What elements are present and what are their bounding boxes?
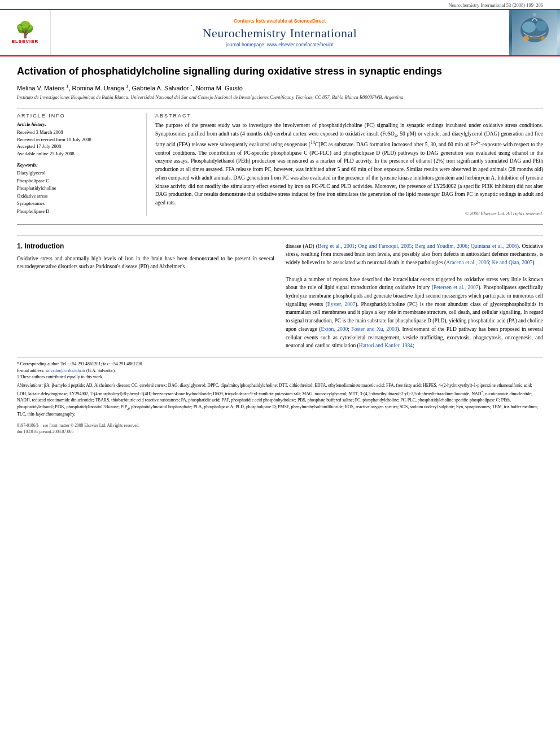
science-direct-name[interactable]: ScienceDirect <box>294 18 326 24</box>
history-label: Article history: <box>17 121 138 127</box>
intro-right-col: disease (AD) (Berg et al., 2001; Ong and… <box>286 242 543 350</box>
journal-citation-bar: Neurochemistry International 53 (2008) 1… <box>0 0 560 9</box>
ref-petersen[interactable]: Petersen et al., 2007 <box>434 285 479 290</box>
doi-line: doi:10.1016/j.neuint.2008.07.005 <box>17 429 139 435</box>
intro-two-col: 1. Introduction Oxidative stress and abn… <box>17 242 543 350</box>
ref-exton[interactable]: Exton, 2000 <box>321 326 348 332</box>
intro-right-text: disease (AD) (Berg et al., 2001; Ong and… <box>286 242 543 350</box>
divider-mid <box>17 224 543 225</box>
copyright: © 2008 Elsevier Ltd. All rights reserved… <box>155 211 543 216</box>
intro-left-text: Oxidative stress and abnormally high lev… <box>17 255 274 271</box>
footnote-abbreviations: Abbreviations: βA, β-amyloid peptide; AD… <box>17 382 543 418</box>
journal-title-area: Contents lists available at ScienceDirec… <box>51 10 509 55</box>
abbrev-label: Abbreviations: <box>17 383 43 388</box>
affiliation: Instituto de Investigaciones Bioquímicas… <box>17 94 543 101</box>
elsevier-tree-icon: 🌳 <box>15 22 35 38</box>
keywords-label: Keywords: <box>17 162 138 168</box>
ref-eyster[interactable]: Eyster, 2007 <box>327 302 356 307</box>
elsevier-logo: 🌳 ELSEVIER <box>12 22 39 44</box>
issn-doi: 0197-0186/$ – see front matter © 2008 El… <box>17 422 139 435</box>
authors-line: Melina V. Mateos 1, Romina M. Uranga 1, … <box>17 84 543 91</box>
ref-quintana[interactable]: Quintana et al., 2006 <box>471 243 517 249</box>
svg-point-2 <box>522 21 536 33</box>
article-title: Activation of phosphatidylcholine signal… <box>17 65 543 78</box>
abstract-column: ABSTRACT The purpose of the present stud… <box>147 113 543 216</box>
article-info-abstract-section: ARTICLE INFO Article history: Received 3… <box>17 113 543 216</box>
svg-point-7 <box>533 13 536 16</box>
journal-header: 🌳 ELSEVIER Contents lists available at S… <box>0 9 560 56</box>
author-uranga: Romina M. Uranga 1 <box>72 85 129 91</box>
intro-left-col: 1. Introduction Oxidative stress and abn… <box>17 242 274 350</box>
article-info-column: ARTICLE INFO Article history: Received 3… <box>17 113 147 216</box>
author-salvador: Gabriela A. Salvador * <box>132 85 193 91</box>
footnotes-area: * Corresponding author. Tel.: +54 291 48… <box>17 357 543 435</box>
ref-foster-xu[interactable]: Foster and Xu, 2003 <box>351 326 397 332</box>
ref-aracena[interactable]: Aracena et al., 2006 <box>446 260 489 265</box>
footnote-equal-contrib: 1 These authors contributed equally to t… <box>17 374 543 381</box>
abstract-label: ABSTRACT <box>155 113 543 119</box>
svg-point-3 <box>536 21 547 31</box>
ref-hattori-kanfer[interactable]: Hattori and Kanfer, 1984 <box>359 343 413 348</box>
keyword-diacylglycerol: Diacylglycerol <box>17 169 138 177</box>
author-mateos: Melina V. Mateos 1 <box>17 85 68 91</box>
article-info-label: ARTICLE INFO <box>17 113 138 119</box>
ref-berg-2001[interactable]: Berg et al., 2001 <box>318 243 355 249</box>
intro-heading: 1. Introduction <box>17 242 274 250</box>
online-date: Available online 25 July 2008 <box>17 150 138 158</box>
page-wrapper: Neurochemistry International 53 (2008) 1… <box>0 0 560 443</box>
journal-name: Neurochemistry International <box>203 26 357 41</box>
received-date: Received 3 March 2008 <box>17 129 138 136</box>
issn-line: 0197-0186/$ – see front matter © 2008 El… <box>17 422 139 429</box>
ref-berg-youdim[interactable]: Berg and Youdim, 2006 <box>415 243 467 249</box>
divider-top <box>17 108 543 108</box>
keyword-synaptosomes: Synaptosomes <box>17 200 138 208</box>
ref-ke-qian[interactable]: Ke and Qian, 2007 <box>492 260 532 265</box>
keyword-phosphatidylcholine: Phosphatidylcholine <box>17 185 138 193</box>
journal-citation: Neurochemistry International 53 (2008) 1… <box>448 2 543 8</box>
journal-homepage[interactable]: journal homepage: www.elsevier.com/locat… <box>226 42 334 47</box>
journal-cover-image <box>509 10 560 55</box>
science-direct-label: Contents lists available at <box>234 18 292 24</box>
email-link[interactable]: salvador@criba.edu.ar <box>46 368 85 373</box>
footnote-email: E-mail address: salvador@criba.edu.ar (G… <box>17 368 543 374</box>
bottom-info: 0197-0186/$ – see front matter © 2008 El… <box>17 422 543 435</box>
ref-ong-farooqui[interactable]: Ong and Farooqui, 2005 <box>358 243 412 249</box>
keyword-oxidative-stress: Oxidative stress <box>17 193 138 200</box>
keyword-phospholipase-d: Phospholipase D <box>17 208 138 216</box>
elsevier-brand: ELSEVIER <box>12 39 39 44</box>
abstract-text: The purpose of the present study was to … <box>155 121 543 207</box>
footnote-corresponding: * Corresponding author. Tel.: +54 291 48… <box>17 361 543 368</box>
keyword-phospholipase-c: Phospholipase C <box>17 177 138 185</box>
author-giusto: Norma M. Giusto <box>196 85 243 91</box>
article-body: Activation of phosphatidylcholine signal… <box>0 56 560 443</box>
accepted-date: Accepted 17 July 2008 <box>17 143 138 150</box>
introduction-section: 1. Introduction Oxidative stress and abn… <box>17 235 543 350</box>
cover-image-svg <box>512 10 557 55</box>
revised-date: Received in revised form 10 July 2008 <box>17 136 138 143</box>
elsevier-logo-area: 🌳 ELSEVIER <box>0 10 51 55</box>
science-direct-link[interactable]: Contents lists available at ScienceDirec… <box>234 18 326 24</box>
